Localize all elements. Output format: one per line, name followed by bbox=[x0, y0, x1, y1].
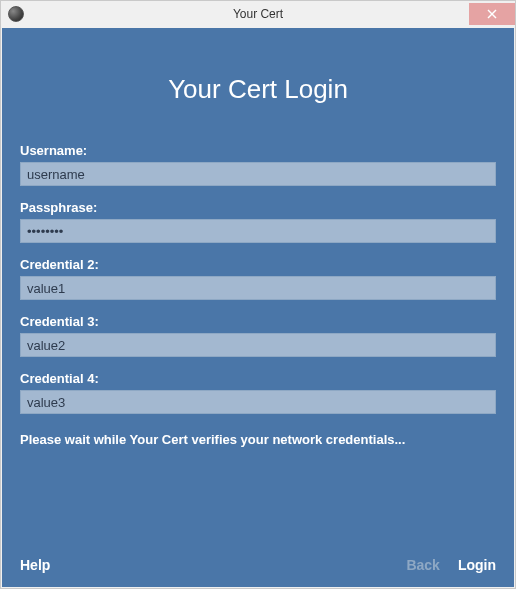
titlebar: Your Cert bbox=[1, 1, 515, 27]
credential2-input[interactable] bbox=[20, 276, 496, 300]
login-button[interactable]: Login bbox=[458, 557, 496, 573]
status-message: Please wait while Your Cert verifies you… bbox=[20, 432, 496, 447]
page-title: Your Cert Login bbox=[20, 74, 496, 105]
back-button: Back bbox=[406, 557, 439, 573]
window: Your Cert Your Cert Login Username: Pass… bbox=[0, 0, 516, 589]
username-input[interactable] bbox=[20, 162, 496, 186]
username-label: Username: bbox=[20, 143, 496, 158]
passphrase-label: Passphrase: bbox=[20, 200, 496, 215]
credential3-input[interactable] bbox=[20, 333, 496, 357]
content-panel: Your Cert Login Username: Passphrase: Cr… bbox=[2, 28, 514, 587]
credential4-label: Credential 4: bbox=[20, 371, 496, 386]
close-button[interactable] bbox=[469, 3, 515, 25]
close-icon bbox=[487, 9, 497, 19]
passphrase-input[interactable] bbox=[20, 219, 496, 243]
help-link[interactable]: Help bbox=[20, 557, 50, 573]
window-title: Your Cert bbox=[1, 7, 515, 21]
footer: Help Back Login bbox=[20, 557, 496, 573]
credential4-input[interactable] bbox=[20, 390, 496, 414]
app-icon bbox=[8, 6, 24, 22]
credential3-label: Credential 3: bbox=[20, 314, 496, 329]
credential2-label: Credential 2: bbox=[20, 257, 496, 272]
